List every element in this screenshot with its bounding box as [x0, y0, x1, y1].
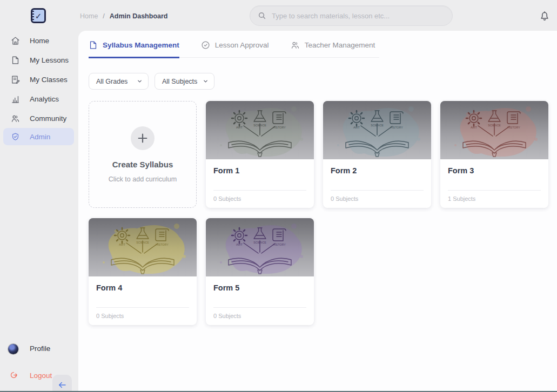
tab-label: Lesson Approval	[215, 41, 269, 49]
card-divider: 0 Subjects	[96, 307, 189, 319]
tab-label: Syllabus Management	[103, 41, 179, 49]
card-divider: 1 Subjects	[448, 190, 541, 202]
syllabus-card-form-3[interactable]: Form 3 1 Subjects	[440, 101, 548, 208]
sidebar-item-label: Admin	[30, 133, 50, 141]
home-icon	[11, 36, 20, 45]
community-icon	[11, 114, 20, 123]
arrow-left-icon	[57, 380, 67, 390]
syllabus-card-image	[206, 101, 314, 159]
grades-filter-select[interactable]: All Grades	[89, 73, 149, 90]
main-content-panel: Syllabus Management Lesson Approval Teac…	[78, 31, 557, 392]
tab-teacher-management[interactable]: Teacher Management	[291, 40, 375, 58]
tab-bar: Syllabus Management Lesson Approval Teac…	[89, 40, 379, 58]
subjects-count: 1 Subjects	[448, 195, 541, 202]
tab-label: Teacher Management	[305, 41, 375, 49]
notification-bell-icon[interactable]	[539, 10, 551, 22]
lessons-icon	[11, 56, 20, 65]
sidebar-bottom: Profile Logout	[0, 339, 78, 392]
profile-button[interactable]: Profile	[0, 339, 78, 359]
book-subjects-illustration	[206, 101, 314, 159]
filters-row: All Grades All Subjects	[89, 73, 557, 90]
sidebar-item-label: Analytics	[30, 95, 59, 103]
subjects-count: 0 Subjects	[96, 313, 189, 319]
document-icon	[89, 40, 98, 50]
syllabus-card-form-4[interactable]: Form 4 0 Subjects	[89, 218, 197, 325]
sidebar-nav: Home My Lessons My Classes Analytics	[0, 31, 78, 145]
logout-icon	[10, 371, 18, 379]
top-bar: ✓ Home / Admin Dashboard	[0, 0, 557, 31]
sidebar-item-admin[interactable]: Admin	[3, 128, 74, 145]
syllabus-card-body: Form 5 0 Subjects	[206, 276, 314, 325]
admin-shield-icon	[11, 132, 20, 141]
chevron-down-icon	[203, 78, 209, 84]
sidebar-item-label: Home	[30, 37, 49, 45]
sidebar-item-my-lessons[interactable]: My Lessons	[0, 50, 78, 70]
syllabus-card-body: Form 2 0 Subjects	[323, 159, 431, 208]
syllabus-card-form-2[interactable]: Form 2 0 Subjects	[323, 101, 431, 208]
subjects-count: 0 Subjects	[213, 195, 306, 202]
card-divider: 0 Subjects	[331, 190, 424, 202]
book-subjects-illustration	[206, 218, 314, 276]
syllabus-card-title: Form 3	[448, 166, 541, 175]
breadcrumb: Home / Admin Dashboard	[80, 12, 167, 20]
subjects-count: 0 Subjects	[331, 195, 424, 202]
chevron-down-icon	[137, 78, 143, 84]
grades-filter-value: All Grades	[96, 78, 127, 85]
syllabus-card-image	[323, 101, 431, 159]
analytics-icon	[11, 94, 20, 104]
breadcrumb-separator: /	[103, 12, 104, 20]
syllabus-card-grid: Create Syllabus Click to add curriculum …	[89, 101, 557, 325]
sidebar-collapse-button[interactable]	[52, 375, 72, 392]
card-divider: 0 Subjects	[213, 190, 306, 202]
check-circle-icon	[201, 40, 210, 50]
subjects-filter-value: All Subjects	[162, 78, 197, 85]
search-icon	[258, 11, 266, 20]
users-icon	[291, 40, 300, 50]
logo-checkmark-icon: ✓	[35, 12, 42, 20]
plus-icon	[131, 126, 155, 150]
sidebar-item-community[interactable]: Community	[0, 109, 78, 128]
sidebar: Home My Lessons My Classes Analytics	[0, 31, 78, 392]
sidebar-item-label: My Classes	[30, 76, 68, 84]
subjects-filter-select[interactable]: All Subjects	[155, 73, 214, 90]
sidebar-item-label: Community	[30, 114, 66, 123]
syllabus-card-body: Form 1 0 Subjects	[206, 159, 314, 208]
book-subjects-illustration	[323, 101, 431, 159]
syllabus-card-title: Form 5	[213, 283, 306, 292]
syllabus-card-image	[440, 101, 548, 159]
sidebar-item-label: My Lessons	[30, 56, 69, 64]
subjects-count: 0 Subjects	[213, 313, 306, 319]
syllabus-card-form-5[interactable]: Form 5 0 Subjects	[206, 218, 314, 325]
syllabus-card-image	[89, 218, 197, 276]
logout-label: Logout	[30, 371, 52, 380]
book-subjects-illustration	[89, 218, 197, 276]
tab-lesson-approval[interactable]: Lesson Approval	[201, 40, 269, 58]
syllabus-card-form-1[interactable]: Form 1 0 Subjects	[206, 101, 314, 208]
classes-icon	[11, 75, 20, 84]
sidebar-item-home[interactable]: Home	[0, 31, 78, 50]
create-syllabus-title: Create Syllabus	[112, 160, 173, 169]
syllabus-card-title: Form 2	[331, 166, 424, 175]
sidebar-item-my-classes[interactable]: My Classes	[0, 70, 78, 89]
card-divider: 0 Subjects	[213, 307, 306, 319]
sidebar-item-analytics[interactable]: Analytics	[0, 89, 78, 109]
breadcrumb-current-page: Admin Dashboard	[110, 12, 168, 20]
logo-spiral	[32, 11, 34, 21]
search-bar[interactable]	[250, 5, 453, 26]
search-input[interactable]	[272, 12, 445, 20]
tab-syllabus-management[interactable]: Syllabus Management	[89, 40, 179, 58]
syllabus-card-title: Form 1	[213, 166, 306, 175]
create-syllabus-card[interactable]: Create Syllabus Click to add curriculum	[89, 101, 197, 208]
app-logo-icon: ✓	[31, 8, 46, 23]
profile-avatar	[8, 344, 18, 354]
breadcrumb-home-link[interactable]: Home	[80, 12, 98, 20]
syllabus-card-body: Form 3 1 Subjects	[440, 159, 548, 208]
syllabus-card-image	[206, 218, 314, 276]
book-subjects-illustration	[440, 101, 548, 159]
profile-label: Profile	[30, 344, 50, 353]
syllabus-card-body: Form 4 0 Subjects	[89, 276, 197, 325]
syllabus-card-title: Form 4	[96, 283, 189, 292]
create-syllabus-subtitle: Click to add curriculum	[109, 175, 177, 183]
